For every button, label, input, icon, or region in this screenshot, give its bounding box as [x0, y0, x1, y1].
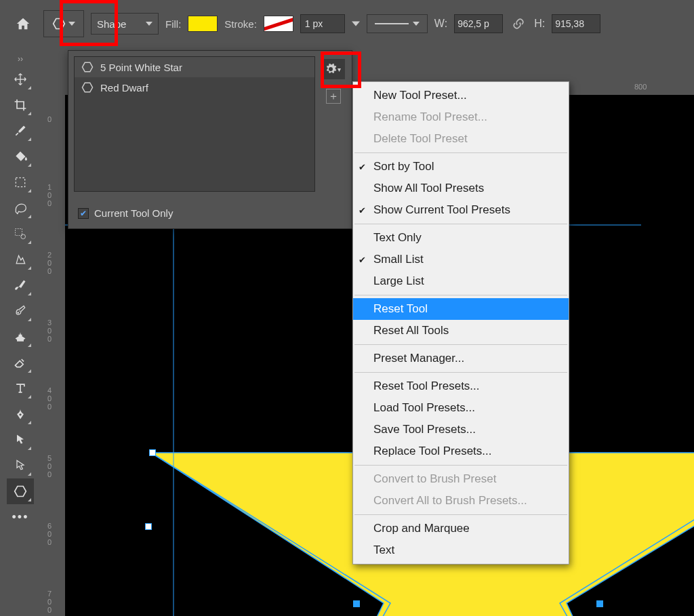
- menu-item[interactable]: Reset All Tools: [353, 320, 569, 342]
- menu-item[interactable]: Show Current Tool Presets: [353, 199, 569, 221]
- menu-separator: [354, 344, 567, 345]
- height-input[interactable]: 915,38: [552, 14, 600, 33]
- preset-item[interactable]: 5 Point White Star: [75, 57, 314, 77]
- transform-handle[interactable]: [596, 600, 603, 607]
- solid-line-icon: [375, 23, 409, 24]
- width-input[interactable]: 962,5 p: [454, 14, 503, 33]
- menu-item[interactable]: Large List: [353, 270, 569, 292]
- polygon-shape-tool[interactable]: [7, 478, 34, 504]
- eraser-tool-icon: [14, 356, 27, 369]
- svg-marker-4: [413, 22, 420, 26]
- menu-item[interactable]: Save Tool Presets...: [353, 419, 569, 440]
- pen-tool-icon: [14, 407, 27, 421]
- hexagon-icon: [81, 81, 94, 94]
- stroke-width-input[interactable]: 1 px: [300, 14, 345, 33]
- type-tool-icon: [14, 382, 27, 395]
- type-tool[interactable]: [7, 375, 34, 401]
- width-label: W:: [434, 18, 447, 30]
- link-dimensions-icon[interactable]: [510, 17, 527, 30]
- tool-mode-select[interactable]: Shape: [91, 13, 159, 35]
- toolbar-collapse-toggle[interactable]: ››: [12, 52, 28, 66]
- preset-list[interactable]: 5 Point White StarRed Dwarf: [74, 56, 315, 192]
- lasso-tool-icon: [14, 201, 27, 215]
- chevron-down-icon[interactable]: [352, 20, 360, 28]
- home-button[interactable]: [9, 10, 37, 37]
- menu-separator: [354, 372, 567, 373]
- current-tool-only-checkbox[interactable]: ✔: [78, 208, 89, 219]
- preset-item[interactable]: Red Dwarf: [75, 77, 314, 98]
- svg-marker-17: [83, 83, 93, 92]
- ruler-tick: 300: [47, 319, 52, 343]
- marquee-tool[interactable]: [7, 169, 34, 195]
- brush-tool-icon: [14, 279, 27, 292]
- chevron-down-icon: [413, 20, 420, 27]
- brush-tool[interactable]: [7, 272, 34, 298]
- transform-handle[interactable]: [353, 600, 360, 607]
- move-tool-icon: [14, 73, 27, 86]
- preset-flyout-menu-button[interactable]: ▾: [321, 59, 345, 79]
- clone-stamp-tool[interactable]: [7, 324, 34, 350]
- tool-preset-picker[interactable]: [43, 10, 84, 37]
- eyedropper-tool[interactable]: [7, 118, 34, 144]
- quick-select-tool-icon: [14, 227, 27, 241]
- transform-handle[interactable]: [149, 449, 156, 456]
- menu-item[interactable]: Reset Tool: [353, 298, 569, 320]
- menu-item[interactable]: New Tool Preset...: [353, 85, 569, 106]
- menu-item[interactable]: Preset Manager...: [353, 348, 569, 369]
- object-select-tool-icon: [14, 253, 27, 266]
- svg-point-9: [19, 310, 20, 312]
- menu-item[interactable]: Replace Tool Presets...: [353, 440, 569, 462]
- clone-stamp-tool-icon: [14, 330, 27, 344]
- flyout-arrow-icon: ▾: [338, 66, 341, 73]
- path-select-tool[interactable]: [7, 427, 34, 453]
- ruler-vertical[interactable]: 0100200300400500600700: [46, 95, 65, 616]
- menu-item[interactable]: Show All Tool Presets: [353, 178, 569, 199]
- menu-item: Rename Tool Preset...: [353, 106, 569, 128]
- move-tool[interactable]: [7, 66, 34, 92]
- spot-healing-tool[interactable]: [7, 298, 34, 324]
- menu-item[interactable]: Load Tool Presets...: [353, 397, 569, 419]
- object-select-tool[interactable]: [7, 247, 34, 272]
- svg-marker-2: [146, 22, 152, 26]
- menu-item[interactable]: Text Only: [353, 227, 569, 249]
- hexagon-icon: [52, 17, 66, 30]
- new-preset-button[interactable]: ＋: [326, 89, 341, 104]
- ruler-tick: 200: [47, 251, 52, 275]
- direct-select-tool[interactable]: [7, 453, 34, 478]
- eraser-tool[interactable]: [7, 350, 34, 375]
- paint-bucket-tool[interactable]: [7, 144, 34, 169]
- eyedropper-tool-icon: [14, 124, 27, 138]
- ruler-tick: 800: [634, 83, 647, 91]
- menu-item[interactable]: Small List: [353, 249, 569, 270]
- polygon-shape-tool-icon: [14, 485, 27, 498]
- crop-tool[interactable]: [7, 92, 34, 118]
- ruler-tick: 600: [47, 522, 52, 546]
- more-tools[interactable]: •••: [7, 504, 34, 530]
- svg-rect-5: [16, 178, 24, 186]
- menu-item[interactable]: Crop and Marquee: [353, 518, 569, 539]
- menu-separator: [354, 295, 567, 295]
- paint-bucket-tool-icon: [14, 150, 27, 163]
- menu-separator: [354, 514, 567, 515]
- stroke-style-select[interactable]: [367, 14, 428, 33]
- menu-item[interactable]: Text: [353, 539, 569, 561]
- menu-item[interactable]: Sort by Tool: [353, 156, 569, 178]
- crop-tool-icon: [14, 98, 27, 112]
- options-bar: Shape Fill: Stroke: 1 px W: 962,5 p H: 9…: [0, 0, 694, 47]
- pen-tool[interactable]: [7, 401, 34, 427]
- lasso-tool[interactable]: [7, 195, 34, 221]
- stroke-color-swatch[interactable]: [264, 16, 293, 32]
- transform-handle[interactable]: [145, 523, 152, 530]
- more-icon: •••: [12, 510, 29, 525]
- hexagon-icon: [81, 61, 94, 73]
- quick-select-tool[interactable]: [7, 221, 34, 247]
- fill-color-swatch[interactable]: [188, 16, 218, 32]
- menu-item[interactable]: Reset Tool Presets...: [353, 375, 569, 397]
- current-tool-only-label: Current Tool Only: [94, 207, 173, 219]
- preset-flyout-menu: New Tool Preset...Rename Tool Preset...D…: [352, 81, 569, 564]
- stroke-label: Stroke:: [224, 18, 257, 30]
- current-tool-only-row: ✔ Current Tool Only: [78, 207, 173, 219]
- tool-preset-dropdown: 5 Point White StarRed Dwarf ▾ ＋ ✔ Curren…: [68, 50, 352, 229]
- direct-select-tool-icon: [14, 459, 27, 472]
- chevron-down-icon: [68, 20, 75, 27]
